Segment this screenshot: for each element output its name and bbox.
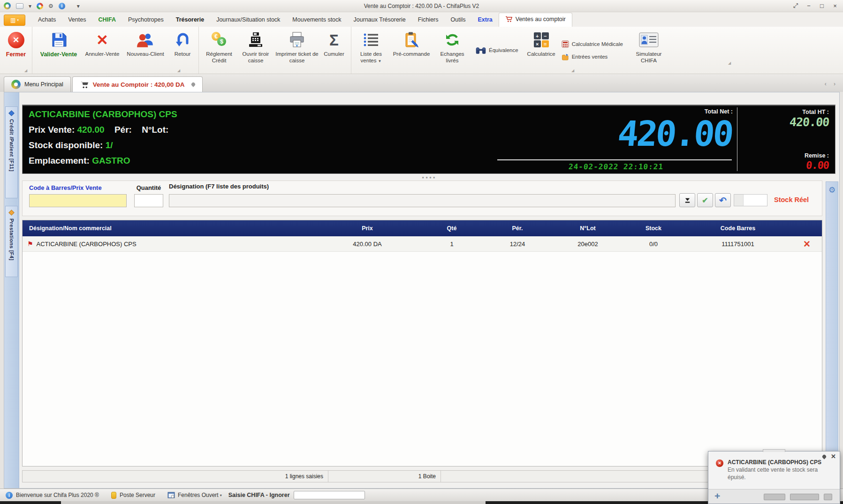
statusbar-input[interactable]	[294, 491, 365, 499]
disabled-action-placeholder	[764, 494, 785, 500]
add-icon[interactable]: +	[714, 490, 720, 502]
fullscreen-icon[interactable]: ⤢	[790, 1, 801, 10]
quantite-input[interactable]	[134, 194, 163, 207]
cumuler-button[interactable]: Σ Cumuler	[319, 28, 349, 72]
close-icon[interactable]: ×	[830, 1, 840, 10]
nouveau-client-button[interactable]: Nouveau-Client	[122, 28, 169, 72]
stock-reel-label: Stock Réel	[774, 196, 809, 203]
tab-ventes-au-comptoir[interactable]: Ventes au comptoir	[499, 13, 572, 27]
tab-journaux-situation-stock[interactable]: Journaux/Situation stock	[210, 13, 286, 27]
header-nlot: N°Lot	[553, 225, 623, 232]
caret-down-icon[interactable]: ▾	[220, 493, 222, 497]
poste-serveur-label[interactable]: Poste Serveur	[120, 492, 155, 498]
settings-gear-icon[interactable]: ⚙	[828, 185, 835, 483]
close-icon[interactable]: ✕	[831, 453, 836, 459]
tab-mouvements-stock[interactable]: Mouvements stock	[286, 13, 347, 27]
pin-icon[interactable]	[821, 454, 827, 459]
window-menu-icon[interactable]	[16, 3, 23, 9]
sidebar-tab-prestations[interactable]: Prestations [F4]	[5, 206, 18, 277]
tab-tresorerie[interactable]: Trésorerie	[170, 13, 210, 27]
ribbon-group-fermer: ✕ Fermer	[0, 27, 32, 74]
info-icon[interactable]: i	[59, 3, 65, 9]
tab-chifa[interactable]: CHIFA	[92, 13, 122, 27]
printer-icon	[289, 30, 305, 49]
ouvrir-tiroir-caisse-button[interactable]: Ouvrir tiroir caisse	[237, 28, 274, 72]
imprimer-ticket-button[interactable]: Imprimer ticket de caisse	[274, 28, 319, 72]
entrees-ventes-button[interactable]: Entrées ventes	[562, 53, 623, 60]
undo-button[interactable]: ↶	[715, 193, 731, 207]
tab-psychotropes[interactable]: Psychotropes	[122, 13, 170, 27]
fermer-button[interactable]: ✕ Fermer	[2, 28, 30, 72]
cash-register-icon	[247, 30, 264, 49]
emplacement-value: GASTRO	[92, 156, 130, 165]
splitter-handle[interactable]: ●●●●	[422, 175, 436, 180]
application-button[interactable]: ▥ ▾	[4, 15, 25, 26]
tab-outils[interactable]: Outils	[445, 13, 472, 27]
saisie-chifa-toggle[interactable]: Saisie CHIFA - Ignorer	[228, 492, 290, 498]
insert-down-icon	[684, 197, 691, 203]
echanges-livres-button[interactable]: Echanges livrés	[434, 28, 470, 72]
info-icon: i	[6, 492, 13, 499]
designation-input[interactable]	[169, 194, 676, 207]
ribbon-toolbar: ✕ Fermer Valider-Vente ✕ Annuler-Vente	[0, 27, 843, 74]
tab-scroll-arrows[interactable]: ‹ ›	[825, 81, 838, 87]
equivalence-button[interactable]: Équivalence	[470, 28, 524, 72]
confirm-button[interactable]: ✔	[697, 193, 713, 207]
diamond-orange-icon	[8, 210, 15, 216]
dialog-launcher-icon[interactable]: ◢	[571, 69, 574, 73]
cell-designation: ACTICARBINE (CARBOPHOS) CPS	[37, 241, 137, 248]
reglement-credit-button[interactable]: € $ Réglement Crédit	[201, 28, 237, 72]
table-row[interactable]: ⚑ ACTICARBINE (CARBOPHOS) CPS 420.00 DA …	[23, 236, 822, 252]
tab-vente-au-comptoir[interactable]: Vente au Comptoir : 420,00 DA	[72, 76, 203, 92]
calculatrice-medicale-button[interactable]: Calculatrice Médicale	[562, 40, 623, 48]
tab-achats[interactable]: Achats	[32, 13, 62, 27]
load-product-button[interactable]	[679, 193, 695, 207]
welcome-text: Bienvenue sur Chifa Plus 2020 ®	[16, 492, 99, 498]
maximize-icon[interactable]: □	[817, 1, 827, 10]
stock-progress-box	[734, 194, 767, 206]
ribbon-tab-bar: ▥ ▾ Achats Ventes CHIFA Psychotropes Tré…	[0, 12, 843, 27]
caret-down-icon: ▼	[378, 59, 381, 63]
valider-vente-button[interactable]: Valider-Vente	[35, 28, 83, 72]
header-qte: Qté	[421, 225, 482, 232]
tab-ventes[interactable]: Ventes	[62, 13, 92, 27]
popup-grip[interactable]	[763, 449, 785, 452]
delete-row-icon[interactable]: ✕	[803, 239, 811, 249]
tab-fichiers[interactable]: Fichiers	[412, 13, 445, 27]
cell-prix: 420.00 DA	[313, 241, 421, 248]
browser-icon[interactable]	[37, 3, 43, 9]
minimize-icon[interactable]: −	[804, 1, 814, 10]
customize-caret-icon[interactable]: ▾	[77, 3, 80, 9]
code-barres-input[interactable]	[29, 194, 127, 207]
folder-arrow-icon	[562, 53, 569, 60]
pre-commande-button[interactable]: Pré-commande	[388, 28, 434, 72]
dropdown-caret-icon[interactable]: ▾	[29, 3, 31, 9]
dialog-launcher-icon[interactable]: ◢	[177, 69, 180, 73]
cell-qte: 1	[421, 241, 482, 248]
calculatrice-button[interactable]: +−×= Calculatrice	[524, 28, 559, 72]
sidebar-tab-credit-patient[interactable]: Crédit /Patient [F11]	[5, 106, 18, 198]
simulateur-chifa-button[interactable]: Simulateur CHIFA	[630, 28, 668, 72]
tab-journaux-tresorerie[interactable]: Journaux Trésorerie	[348, 13, 412, 27]
annuler-vente-button[interactable]: ✕ Annuler-Vente	[83, 28, 122, 72]
caret-down-icon: ▾	[17, 18, 19, 22]
tab-menu-principal[interactable]: Menu Principal	[4, 76, 71, 92]
dialog-launcher-icon[interactable]: ◢	[24, 69, 27, 73]
pin-icon[interactable]	[190, 82, 196, 87]
nlot-label: N°Lot:	[142, 125, 168, 135]
window-controls: ⤢ − □ ×	[790, 1, 840, 10]
list-icon	[363, 30, 379, 49]
code-barres-label: Code à Barres/Prix Vente	[29, 184, 102, 191]
quick-access-toolbar: ▾ ⚙ i ▾	[4, 2, 80, 9]
table-footer: 1 lignes saisies 1 Boite	[22, 470, 822, 482]
total-net-display: 420.00	[616, 116, 733, 151]
gear-icon[interactable]: ⚙	[48, 3, 53, 9]
ribbon-collapse-icon[interactable]: ◢	[728, 61, 731, 65]
error-icon: ✕	[716, 459, 723, 467]
disabled-action-placeholder	[824, 494, 832, 500]
tab-extra[interactable]: Extra	[471, 13, 498, 27]
fenetres-ouvert-label[interactable]: Fenêtres Ouvert	[178, 492, 219, 498]
diamond-blue-icon	[8, 110, 15, 116]
retour-button[interactable]: Retour	[169, 28, 196, 72]
liste-des-ventes-button[interactable]: Liste des ventes▼	[354, 28, 388, 72]
